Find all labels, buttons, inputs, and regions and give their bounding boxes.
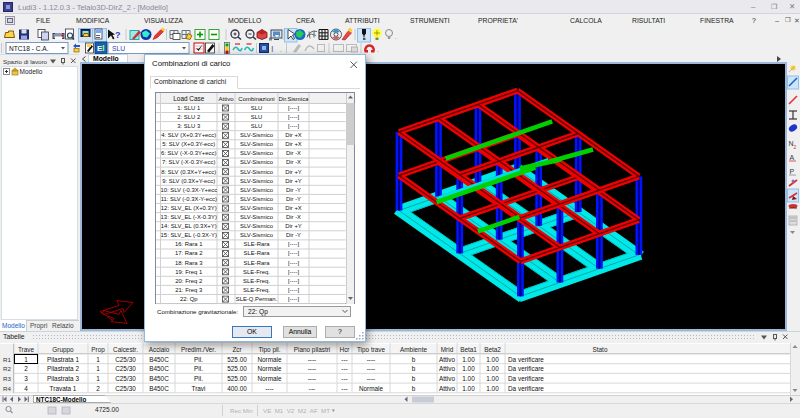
svg-text:SLU: SLU <box>112 45 125 52</box>
svg-text:.: . <box>395 34 397 40</box>
svg-text:I: I <box>271 44 274 54</box>
svg-text:.: . <box>377 47 379 53</box>
svg-text:2: 2 <box>794 144 797 150</box>
svg-text:E: E <box>97 44 103 53</box>
svg-text:?: ? <box>115 30 121 40</box>
svg-text:P: P <box>790 168 795 175</box>
svg-text:A: A <box>790 154 795 161</box>
svg-text:.: . <box>280 47 282 53</box>
svg-text:NTC18 - C.A.: NTC18 - C.A. <box>9 45 49 52</box>
